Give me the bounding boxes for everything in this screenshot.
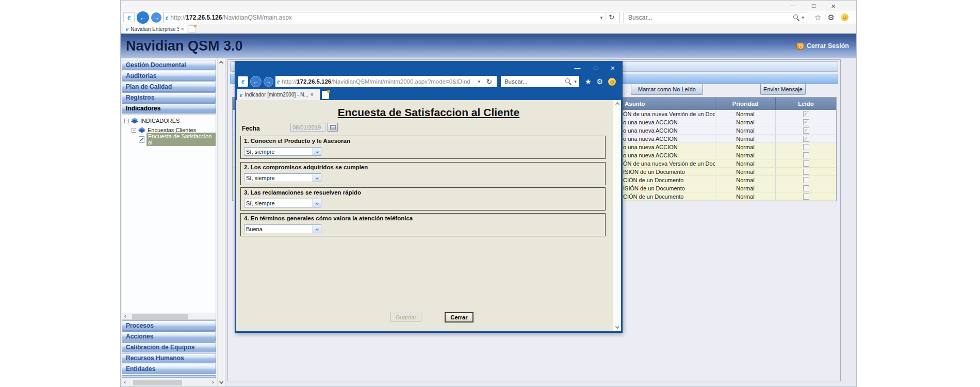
minimize-icon[interactable]: — [790,3,796,9]
scroll-up-icon[interactable] [219,61,223,65]
refresh-icon[interactable]: ↻ [605,13,617,21]
leido-checkbox[interactable]: ✓ [803,111,809,117]
maximize-icon[interactable]: □ [812,3,815,9]
popup-refresh-icon[interactable]: ↻ [483,78,495,86]
sidebar-item-recursos-humanos[interactable]: Recursos Humanos [122,353,216,363]
fecha-label: Fecha [242,125,260,132]
popup-close-icon[interactable]: × [611,64,615,72]
popup-search-box[interactable]: Buscar... ▾ [501,76,579,87]
tree-item-encuesta-de-satisfaccion-al[interactable]: Encuesta de Satisfaccion al [122,135,216,144]
search-box[interactable]: Buscar... ▾ [624,12,807,23]
leido-checkbox[interactable] [803,144,809,150]
new-tab-button[interactable] [189,25,196,33]
leido-checkbox[interactable]: ✓ [803,127,809,134]
leido-checkbox[interactable] [803,194,809,200]
question-select-2[interactable]: Sí, siempre [244,173,321,182]
leido-checkbox[interactable]: ✓ [803,119,809,125]
favorites-icon[interactable]: ☆ [814,13,821,22]
sidebar-item-auditorias[interactable]: Auditorias [122,71,216,81]
select-arrow-button[interactable] [313,174,321,182]
cell-leido [776,184,836,192]
form-vertical-scrollbar[interactable] [613,100,621,331]
sidebar-scroll-right-icon[interactable] [209,381,216,383]
calendar-button[interactable] [328,123,338,132]
select-arrow-button[interactable] [313,225,321,233]
popup-new-tab-button[interactable] [322,91,329,99]
question-select-4[interactable]: Buena [244,224,321,233]
close-icon[interactable]: × [831,2,836,10]
logout-button[interactable]: Cerrar Sesión [796,42,849,50]
question-select-3[interactable]: Sí, siempre [244,199,321,207]
chevron-down-icon [316,228,319,231]
popup-url-dropdown-icon[interactable]: ▾ [475,79,483,84]
sidebar-item-plan-de-calidad[interactable]: Plan de Calidad [122,82,216,92]
leido-checkbox[interactable] [803,185,809,191]
send-message-button[interactable]: Enviar Mensaje [760,84,806,95]
feedback-smiley-icon[interactable]: ☺ [841,13,848,21]
tree-expander-icon[interactable]: − [124,119,129,123]
sidebar-horizontal-scrollbar[interactable] [122,379,216,386]
sidebar-scroll-left-icon[interactable] [122,381,129,383]
survey-form: Encuesta de Satisfaccion al Cliente Fech… [236,100,621,331]
select-arrow-button[interactable] [313,148,321,155]
popup-maximize-icon[interactable]: □ [594,65,597,71]
fecha-input[interactable]: 08/01/2019 [290,123,325,132]
tree-expander-icon[interactable]: − [132,128,136,133]
forward-button[interactable]: → [151,12,161,23]
sidebar-item-gestion-documental[interactable]: Gestión Documental [122,60,216,70]
popup-feedback-smiley-icon[interactable]: ☺ [608,78,616,86]
search-dropdown-icon[interactable]: ▾ [799,15,807,20]
question-box-2: 2. Los compromisos adquiridos se cumplen… [240,162,606,185]
leido-checkbox[interactable] [803,160,809,167]
sidebar-item-indicadores[interactable]: Indicadores [122,103,216,114]
sidebar-item-clipped[interactable] [122,375,216,378]
popup-address-bar[interactable]: e http://172.26.5.126/NavidianQSM/mint/m… [275,76,497,87]
leido-checkbox[interactable] [803,152,809,158]
leido-checkbox[interactable]: ✓ [803,136,809,142]
tree-scroll-left-icon[interactable] [122,315,129,317]
popup-forward-button[interactable]: → [264,77,273,87]
cell-leido: ✓ [776,135,836,142]
select-value: Sí, siempre [244,174,313,182]
column-header-prioridad[interactable]: Prioridad [715,98,776,110]
tree-item-label: Encuesta de Satisfaccion al [146,133,216,146]
sidebar-item-calibracion-de-equipos[interactable]: Calibración de Equipos [122,342,216,352]
scroll-down-icon[interactable] [219,380,223,384]
sidebar-scroll-thumb[interactable] [133,380,182,385]
close-form-button[interactable]: Cerrar [445,312,473,322]
back-button[interactable]: ← [137,11,149,24]
popup-favorites-icon[interactable]: ★ [585,77,592,86]
search-icon[interactable] [793,14,799,21]
popup-minimize-icon[interactable]: — [574,64,580,72]
mark-unread-button[interactable]: Marcar como No Leído [631,84,703,95]
leido-checkbox[interactable] [803,169,809,175]
url-dropdown-icon[interactable]: ▾ [598,15,606,20]
sidebar-bottom-items: ProcesosAccionesCalibración de EquiposRe… [121,320,217,375]
form-scroll-up-icon[interactable] [615,102,619,106]
popup-search-dropdown-icon[interactable]: ▾ [571,79,579,84]
address-bar[interactable]: e http://172.26.5.126/NavidianQSM/main.a… [164,12,619,23]
settings-icon[interactable]: ⚙ [828,13,835,22]
select-arrow-button[interactable] [313,199,321,207]
sidebar-item-acciones[interactable]: Acciones [122,331,216,342]
form-scroll-down-icon[interactable] [615,325,619,329]
sidebar-vertical-scrollbar[interactable] [217,58,225,386]
popup-back-button[interactable]: ← [250,76,262,87]
popup-settings-icon[interactable]: ⚙ [596,77,603,86]
popup-navbar: e ← → e http://172.26.5.126/NavidianQSM/… [236,74,621,89]
column-header-leido[interactable]: Leído [776,98,836,110]
popup-titlebar: — □ × [236,61,621,74]
question-select-1[interactable]: Sí, siempre [244,147,321,156]
popup-tab-close-icon[interactable]: × [311,92,314,98]
leido-checkbox[interactable] [803,177,809,183]
sidebar-item-registros[interactable]: Registros [122,92,216,103]
popup-search-icon[interactable] [565,78,571,85]
popup-tab-indicador[interactable]: e Indicador [mintm2000] - N... × [237,89,320,100]
tab-close-icon[interactable]: × [181,26,184,32]
tree-item-indicadores[interactable]: −INDICADORES [122,116,216,125]
sidebar-item-entidades[interactable]: Entidades [122,364,216,374]
tree-horizontal-scrollbar[interactable] [122,313,216,319]
tree-scroll-thumb[interactable] [132,314,188,319]
tab-navidian-main[interactable]: e Navidian Enterprise Softwar... × [123,24,187,34]
sidebar-item-procesos[interactable]: Procesos [122,320,216,331]
